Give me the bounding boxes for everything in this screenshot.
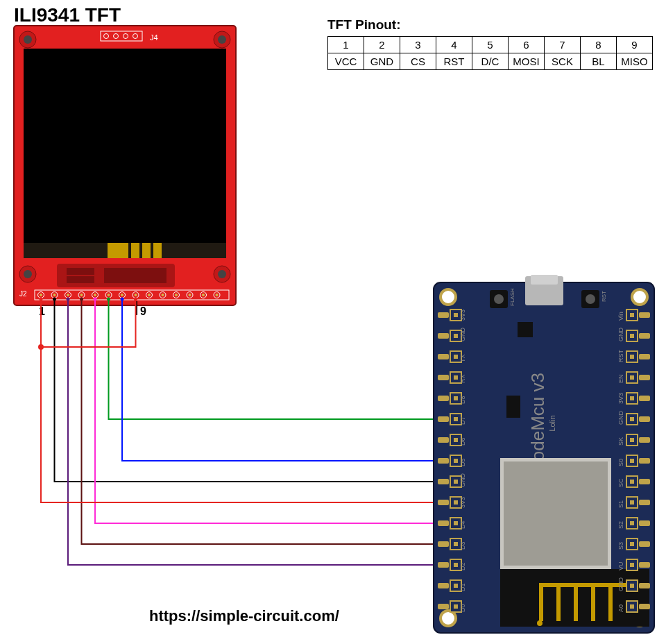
svg-point-4 bbox=[218, 35, 226, 44]
mcu-pin-label: 3V3 bbox=[459, 497, 466, 508]
svg-rect-172 bbox=[630, 584, 634, 588]
svg-rect-92 bbox=[438, 333, 449, 339]
svg-rect-151 bbox=[630, 438, 634, 442]
svg-point-73 bbox=[441, 611, 456, 626]
mcu-pin-label: D5 bbox=[459, 458, 466, 466]
svg-point-78 bbox=[494, 294, 504, 304]
svg-point-52 bbox=[216, 294, 219, 296]
svg-point-80 bbox=[586, 294, 595, 304]
svg-rect-91 bbox=[454, 334, 458, 338]
svg-rect-21 bbox=[67, 268, 94, 275]
svg-rect-152 bbox=[639, 437, 650, 443]
svg-point-86 bbox=[537, 620, 543, 626]
svg-rect-115 bbox=[454, 500, 458, 505]
svg-point-34 bbox=[94, 294, 96, 296]
svg-rect-137 bbox=[639, 333, 650, 339]
svg-rect-104 bbox=[438, 416, 449, 422]
mcu-pin-label: S2 bbox=[617, 521, 624, 529]
svg-rect-81 bbox=[518, 322, 533, 337]
mcu-pin-label: D4 bbox=[459, 520, 466, 529]
svg-point-38 bbox=[121, 294, 123, 296]
tft-pin-end: 9 bbox=[140, 305, 146, 317]
svg-point-42 bbox=[148, 294, 151, 296]
mcu-pin-label: S1 bbox=[617, 500, 624, 508]
svg-rect-130 bbox=[454, 604, 458, 609]
svg-rect-167 bbox=[639, 541, 650, 547]
svg-rect-128 bbox=[438, 583, 449, 588]
svg-rect-19 bbox=[153, 243, 162, 258]
svg-point-61 bbox=[94, 298, 97, 301]
svg-rect-148 bbox=[630, 417, 634, 421]
svg-point-63 bbox=[80, 298, 83, 301]
mcu-pin-label: D8 bbox=[459, 396, 466, 404]
wire-dc bbox=[95, 299, 435, 523]
svg-point-50 bbox=[202, 294, 205, 296]
wire-sck bbox=[122, 299, 435, 461]
svg-point-8 bbox=[218, 270, 226, 278]
svg-rect-97 bbox=[454, 375, 458, 380]
svg-rect-107 bbox=[438, 437, 449, 443]
svg-point-69 bbox=[134, 298, 137, 301]
svg-point-66 bbox=[38, 344, 44, 350]
svg-rect-160 bbox=[630, 500, 634, 505]
svg-rect-101 bbox=[438, 396, 449, 401]
mcu-pin-label: D0 bbox=[459, 604, 466, 612]
svg-rect-133 bbox=[630, 313, 634, 317]
svg-point-6 bbox=[24, 270, 32, 278]
mcu-pin-label: D6 bbox=[459, 437, 466, 446]
svg-rect-131 bbox=[438, 604, 449, 609]
svg-rect-143 bbox=[639, 375, 650, 380]
svg-rect-169 bbox=[630, 563, 634, 567]
wire-rst bbox=[82, 299, 436, 544]
svg-rect-124 bbox=[454, 563, 458, 567]
svg-point-57 bbox=[121, 298, 124, 301]
svg-rect-106 bbox=[454, 438, 458, 442]
svg-point-36 bbox=[108, 294, 110, 296]
mcu-pin-label: GND bbox=[617, 577, 624, 592]
svg-point-55 bbox=[107, 298, 110, 301]
svg-rect-18 bbox=[142, 243, 151, 258]
mcu-pin-label: GND bbox=[617, 328, 624, 342]
svg-rect-142 bbox=[630, 375, 634, 380]
svg-rect-17 bbox=[131, 243, 139, 258]
board-subname: Lolin bbox=[548, 415, 556, 431]
mcu-pin-label: RST bbox=[617, 349, 624, 362]
svg-rect-100 bbox=[454, 396, 458, 400]
svg-rect-139 bbox=[630, 355, 634, 359]
svg-rect-109 bbox=[454, 459, 458, 463]
svg-rect-164 bbox=[639, 520, 650, 526]
mcu-pin-label: D7 bbox=[459, 416, 466, 425]
mcu-pin-label: GND bbox=[459, 473, 466, 488]
svg-rect-127 bbox=[454, 584, 458, 588]
flash-button-label: FLASH bbox=[509, 288, 515, 306]
svg-rect-163 bbox=[630, 521, 634, 525]
svg-point-65 bbox=[67, 298, 70, 301]
svg-rect-88 bbox=[454, 313, 458, 317]
svg-rect-176 bbox=[639, 604, 650, 609]
svg-rect-155 bbox=[639, 458, 650, 464]
header-j4-label: J4 bbox=[150, 33, 158, 42]
mcu-pin-label: VU bbox=[617, 561, 624, 570]
svg-rect-145 bbox=[630, 396, 634, 400]
svg-point-71 bbox=[441, 289, 456, 305]
mcu-pin-label: S3 bbox=[617, 542, 624, 550]
wire-gnd bbox=[55, 299, 436, 482]
svg-point-44 bbox=[162, 294, 164, 296]
svg-rect-76 bbox=[531, 275, 558, 285]
svg-point-59 bbox=[53, 298, 56, 301]
svg-point-32 bbox=[80, 294, 83, 296]
header-j2-label: J2 bbox=[19, 290, 27, 298]
svg-rect-154 bbox=[630, 459, 634, 463]
mcu-pin-label: GND bbox=[459, 328, 466, 342]
svg-rect-98 bbox=[438, 375, 449, 380]
mcu-pin-label: GND bbox=[617, 411, 624, 425]
svg-point-68 bbox=[40, 298, 43, 301]
svg-rect-175 bbox=[630, 604, 634, 609]
svg-point-40 bbox=[135, 294, 137, 296]
svg-rect-82 bbox=[506, 396, 520, 418]
diagram-canvas: J4 J2 1 9 FLASH RST N bbox=[0, 0, 666, 644]
svg-rect-149 bbox=[639, 416, 650, 422]
svg-rect-22 bbox=[67, 276, 94, 283]
svg-point-72 bbox=[632, 289, 647, 305]
svg-rect-116 bbox=[438, 500, 449, 505]
